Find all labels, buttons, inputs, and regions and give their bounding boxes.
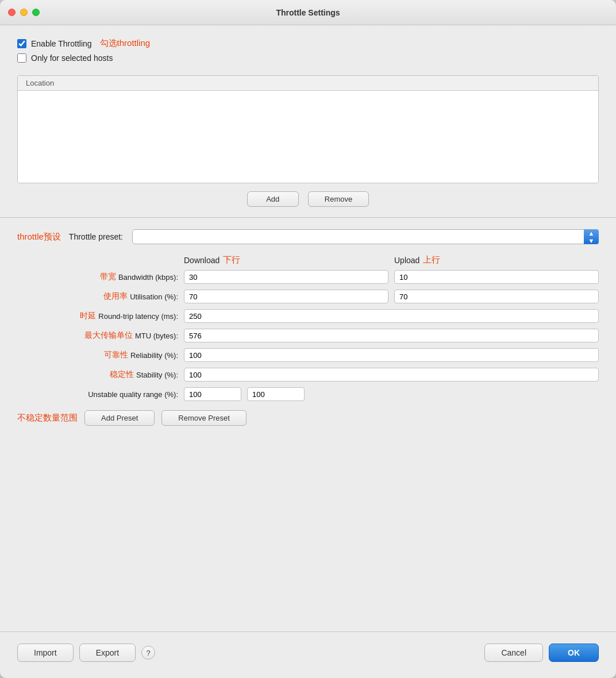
preset-label: Throttle preset: bbox=[69, 232, 123, 241]
bottom-bar: Import Export ? Cancel OK bbox=[0, 631, 616, 678]
only-selected-hosts-checkbox[interactable] bbox=[17, 53, 26, 63]
utilisation-row: 使用率 Utilisation (%): 70 70 bbox=[17, 290, 599, 303]
window: Throttle Settings Enable Throttling 勾选th… bbox=[0, 0, 616, 678]
enable-throttling-checkbox[interactable] bbox=[17, 39, 26, 48]
maximize-button[interactable] bbox=[32, 9, 40, 16]
add-remove-row: Add Remove bbox=[17, 191, 599, 207]
remove-preset-button[interactable]: Remove Preset bbox=[161, 410, 247, 426]
upload-column-header: Upload 上行 bbox=[394, 255, 599, 265]
only-selected-hosts-label: Only for selected hosts bbox=[31, 53, 113, 63]
latency-row: 时延 Round-trip latency (ms): 250 bbox=[17, 309, 599, 323]
reliability-row: 可靠性 Reliability (%): 100 bbox=[17, 348, 599, 362]
utilisation-label: 使用率 Utilisation (%): bbox=[17, 291, 178, 302]
add-preset-button[interactable]: Add Preset bbox=[84, 410, 155, 426]
preset-select[interactable] bbox=[132, 229, 599, 244]
close-button[interactable] bbox=[8, 9, 16, 16]
unstable-quality-row: Unstable quality range (%): 100 100 bbox=[17, 387, 599, 401]
preset-action-row: 不稳定数量范围 Add Preset Remove Preset bbox=[17, 410, 599, 426]
latency-label: 时延 Round-trip latency (ms): bbox=[17, 311, 178, 321]
export-button[interactable]: Export bbox=[79, 644, 136, 662]
content-area: Enable Throttling 勾选throttling Only for … bbox=[0, 25, 616, 631]
bottom-bar-right: Cancel OK bbox=[484, 644, 599, 662]
separator bbox=[0, 217, 616, 218]
enable-throttling-row: Enable Throttling 勾选throttling bbox=[17, 38, 599, 49]
window-title: Throttle Settings bbox=[276, 8, 340, 17]
unstable-quality-input-1[interactable]: 100 bbox=[184, 387, 241, 401]
add-host-button[interactable]: Add bbox=[247, 191, 299, 207]
titlebar-buttons bbox=[8, 9, 40, 16]
preset-action-label-cn: 不稳定数量范围 bbox=[17, 413, 78, 423]
enable-throttling-label-cn: 勾选throttling bbox=[100, 38, 151, 49]
bandwidth-download-input[interactable]: 30 bbox=[184, 270, 388, 284]
cancel-button[interactable]: Cancel bbox=[484, 644, 543, 662]
hosts-table: Location bbox=[17, 75, 599, 183]
unstable-quality-input-2[interactable]: 100 bbox=[247, 387, 305, 401]
utilisation-upload-input[interactable]: 70 bbox=[394, 290, 599, 303]
table-body[interactable] bbox=[18, 91, 598, 183]
mtu-label: 最大传输单位 MTU (bytes): bbox=[17, 330, 178, 341]
bandwidth-label: 带宽 Bandwidth (kbps): bbox=[17, 272, 178, 282]
ok-button[interactable]: OK bbox=[549, 644, 599, 662]
bandwidth-upload-input[interactable]: 10 bbox=[394, 270, 599, 284]
bottom-bar-left: Import Export ? bbox=[17, 644, 479, 662]
latency-input[interactable]: 250 bbox=[184, 309, 599, 323]
remove-host-button[interactable]: Remove bbox=[308, 191, 369, 207]
bandwidth-row: 带宽 Bandwidth (kbps): 30 10 bbox=[17, 270, 599, 284]
import-button[interactable]: Import bbox=[17, 644, 74, 662]
preset-row: throttle预设 Throttle preset: ▲ ▼ bbox=[17, 229, 599, 244]
reliability-input[interactable]: 100 bbox=[184, 348, 599, 362]
help-button[interactable]: ? bbox=[141, 646, 155, 660]
utilisation-download-input[interactable]: 70 bbox=[184, 290, 388, 303]
mtu-row: 最大传输单位 MTU (bytes): 576 bbox=[17, 329, 599, 342]
titlebar: Throttle Settings bbox=[0, 0, 616, 25]
enable-throttling-label: Enable Throttling bbox=[31, 39, 92, 48]
only-selected-hosts-row: Only for selected hosts bbox=[17, 53, 599, 63]
preset-select-wrap: ▲ ▼ bbox=[132, 229, 599, 244]
unstable-quality-label: Unstable quality range (%): bbox=[17, 390, 178, 399]
table-column-header: Location bbox=[18, 76, 598, 91]
stability-input[interactable]: 100 bbox=[184, 368, 599, 382]
preset-label-cn: throttle预设 bbox=[17, 232, 61, 242]
stability-label: 稳定性 Stability (%): bbox=[17, 369, 178, 380]
column-headers: Download 下行 Upload 上行 bbox=[17, 255, 599, 265]
mtu-input[interactable]: 576 bbox=[184, 329, 599, 342]
stability-row: 稳定性 Stability (%): 100 bbox=[17, 368, 599, 382]
download-column-header: Download 下行 bbox=[184, 255, 388, 265]
reliability-label: 可靠性 Reliability (%): bbox=[17, 350, 178, 360]
minimize-button[interactable] bbox=[20, 9, 28, 16]
